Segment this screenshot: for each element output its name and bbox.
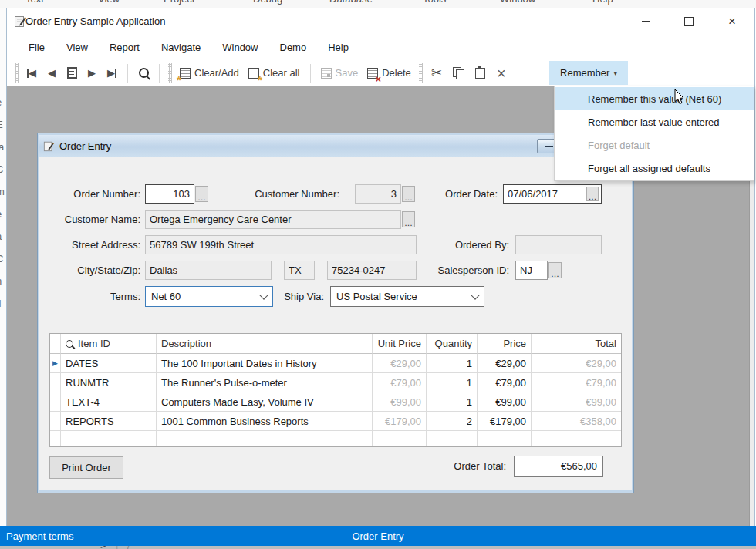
- bg-menu-text[interactable]: Text: [25, 0, 44, 5]
- grid-cell-quantity[interactable]: 1: [427, 373, 478, 392]
- maximize-button[interactable]: [680, 13, 697, 30]
- customer-number-field[interactable]: 3: [355, 184, 401, 204]
- clear-all-button[interactable]: * Clear all: [248, 67, 300, 79]
- grid-cell-unit-price[interactable]: €179,00: [373, 412, 427, 431]
- grid-cell-unit-price[interactable]: €29,00: [373, 354, 427, 373]
- grid-header-item-id[interactable]: Item ID: [61, 334, 157, 354]
- background-edge-text: e E la C m e a C n fi: [0, 91, 5, 315]
- bg-menu-database[interactable]: Database: [329, 0, 373, 5]
- first-record-button[interactable]: ◀: [22, 63, 42, 83]
- grid-cell-item-id[interactable]: [61, 431, 157, 446]
- menu-demo[interactable]: Demo: [269, 37, 318, 58]
- grid-cell-total[interactable]: €29,00: [532, 354, 621, 373]
- ship-via-combobox[interactable]: US Postal Service: [330, 286, 484, 307]
- grid-cell-price[interactable]: €179,00: [478, 412, 532, 431]
- grid-cell-price[interactable]: [478, 431, 532, 446]
- city-field[interactable]: Dallas: [145, 261, 272, 280]
- state-field[interactable]: TX: [284, 261, 315, 280]
- last-record-button[interactable]: ▶: [102, 63, 122, 83]
- grid-cell-quantity[interactable]: [427, 431, 478, 446]
- ship-via-label: Ship Via:: [279, 291, 324, 302]
- toolbar-separator: [310, 64, 311, 83]
- order-date-picker-button[interactable]: …: [586, 187, 599, 201]
- clear-add-icon: *: [180, 68, 191, 79]
- bg-menu-project[interactable]: Project: [164, 0, 194, 5]
- toolbar-grip[interactable]: [168, 63, 172, 83]
- grid-cell-quantity[interactable]: 2: [427, 412, 478, 431]
- bg-menu-view[interactable]: View: [98, 0, 120, 5]
- menu-item-forget-all-defaults[interactable]: Forget all assigned defaults: [555, 157, 754, 180]
- grid-cell-item-id[interactable]: TEXT-4: [61, 392, 157, 412]
- customer-name-field[interactable]: Ortega Emergency Care Center: [145, 210, 401, 229]
- grid-cell-description[interactable]: The 100 Important Dates in History: [157, 354, 373, 373]
- grid-cell-price[interactable]: €79,00: [478, 373, 532, 392]
- cut-icon[interactable]: ✂: [431, 65, 442, 81]
- minimize-button[interactable]: [637, 13, 654, 30]
- grid-header-unit-price[interactable]: Unit Price: [373, 334, 427, 354]
- grid-cell-quantity[interactable]: 1: [427, 392, 478, 412]
- menu-file[interactable]: File: [18, 37, 56, 58]
- delete-x-icon[interactable]: ×: [497, 66, 506, 81]
- bg-menu-tools[interactable]: Tools: [423, 0, 446, 5]
- grid-cell-description[interactable]: 1001 Common Business Reports: [157, 412, 373, 431]
- customer-name-label: Customer Name:: [48, 214, 140, 225]
- toolbar-grip[interactable]: [15, 63, 19, 83]
- terms-combobox[interactable]: Net 60: [145, 286, 273, 307]
- menu-item-remember-this-value[interactable]: Remember this value (Net 60): [555, 87, 754, 110]
- grid-cell-price[interactable]: €29,00: [478, 354, 532, 373]
- grid-cell-total[interactable]: €79,00: [532, 373, 621, 392]
- remember-dropdown-menu: Remember this value (Net 60) Remember la…: [554, 86, 754, 181]
- bg-menu-debug[interactable]: Debug: [253, 0, 282, 5]
- ordered-by-field[interactable]: [515, 235, 602, 254]
- grid-cell-unit-price[interactable]: €99,00: [373, 392, 427, 412]
- clear-add-button[interactable]: * Clear/Add: [180, 67, 239, 79]
- grid-header-quantity[interactable]: Quantity: [427, 334, 478, 354]
- order-number-lookup-button[interactable]: …: [195, 186, 208, 202]
- search-button[interactable]: [133, 63, 154, 83]
- grid-header-description[interactable]: Description: [157, 334, 373, 354]
- customer-name-lookup-button[interactable]: …: [402, 211, 415, 227]
- paste-icon[interactable]: [475, 68, 485, 79]
- bg-menu-help[interactable]: Help: [592, 0, 613, 5]
- toolbar-grip[interactable]: [419, 63, 423, 83]
- close-button[interactable]: ×: [724, 13, 741, 30]
- prev-record-button[interactable]: ◀: [42, 63, 62, 83]
- customer-number-lookup-button[interactable]: …: [402, 186, 415, 202]
- remember-dropdown-button[interactable]: Remember ▾: [549, 61, 628, 85]
- grid-cell-unit-price[interactable]: €79,00: [373, 373, 427, 392]
- next-record-button[interactable]: ▶: [82, 63, 102, 83]
- grid-cell-total[interactable]: €358,00: [532, 412, 621, 431]
- copy-icon[interactable]: [453, 67, 464, 79]
- street-address-field[interactable]: 56789 SW 199th Street: [145, 235, 417, 254]
- grid-cell-unit-price[interactable]: [373, 431, 427, 446]
- grid-header-price[interactable]: Price: [478, 334, 532, 354]
- menu-navigate[interactable]: Navigate: [150, 37, 211, 58]
- menu-report[interactable]: Report: [99, 37, 150, 58]
- grid-cell-description[interactable]: [157, 431, 373, 446]
- zip-field[interactable]: 75234-0247: [327, 261, 417, 280]
- menu-window[interactable]: Window: [211, 37, 268, 58]
- grid-cell-total[interactable]: [532, 431, 621, 446]
- salesperson-field[interactable]: NJ: [515, 261, 548, 280]
- grid-cell-item-id[interactable]: RUNMTR: [61, 373, 157, 392]
- menu-item-remember-last-value[interactable]: Remember last value entered: [555, 110, 754, 133]
- grid-cell-price[interactable]: €99,00: [478, 392, 532, 412]
- grid-cell-item-id[interactable]: DATES: [61, 354, 157, 373]
- delete-label: Delete: [382, 67, 411, 79]
- order-number-field[interactable]: 103: [145, 184, 194, 204]
- grid-header-total[interactable]: Total: [532, 334, 621, 354]
- menu-view[interactable]: View: [56, 37, 99, 58]
- delete-button[interactable]: × Delete: [367, 67, 411, 79]
- bg-menu-window[interactable]: Window: [500, 0, 535, 5]
- grid-cell-description[interactable]: The Runner's Pulse-o-meter: [157, 373, 373, 392]
- order-window-titlebar[interactable]: Order Entry: [39, 135, 632, 157]
- grid-cell-total[interactable]: €99,00: [532, 392, 621, 412]
- grid-cell-item-id[interactable]: REPORTS: [61, 412, 157, 431]
- salesperson-lookup-button[interactable]: …: [548, 262, 562, 278]
- grid-cell-quantity[interactable]: 1: [427, 354, 478, 373]
- app-titlebar[interactable]: Order Entry Sample Application ×: [7, 8, 754, 34]
- menu-help[interactable]: Help: [317, 37, 359, 58]
- print-order-button[interactable]: Print Order: [49, 456, 123, 479]
- record-list-button[interactable]: [62, 63, 82, 83]
- grid-cell-description[interactable]: Computers Made Easy, Volume IV: [157, 392, 373, 412]
